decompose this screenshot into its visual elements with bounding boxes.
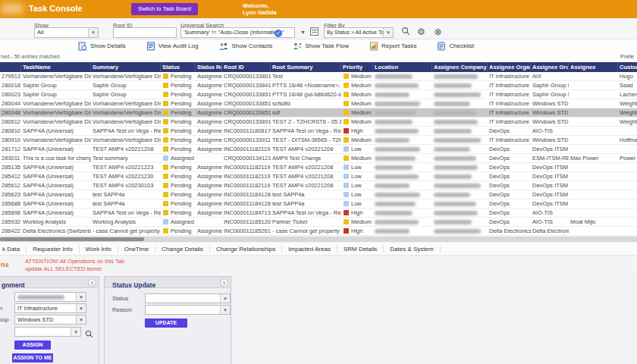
reason-select[interactable]: ▾	[145, 305, 231, 315]
table-row[interactable]: 286422Delta Electronics (Switzerland) AG…	[0, 227, 637, 236]
horizontal-scrollbar[interactable]	[0, 237, 637, 242]
cell-priority: Medium	[341, 108, 373, 117]
table-row[interactable]: 280810SAPP4A (Universal)SAPP4A Test on V…	[0, 127, 637, 136]
table-row[interactable]: 285612SAPP4A (Universal)TEST AMP4 v20230…	[0, 181, 637, 190]
show-select[interactable]: All ▾	[34, 27, 99, 38]
preferences-link[interactable]: Prefe	[620, 53, 634, 60]
chevron-down-icon[interactable]: ▾	[220, 294, 230, 303]
col-taskname[interactable]: TaskName	[21, 62, 91, 72]
col-assignee-company[interactable]: Assignee Company	[432, 62, 488, 72]
cell-root-id: INC000011182119	[222, 163, 271, 171]
assignee-org-select[interactable]: IT Infrastructure ▾	[14, 303, 86, 313]
warning-line2: update ALL SELECTED items!	[25, 265, 124, 273]
tab-task-data[interactable]: k Data	[0, 246, 27, 253]
col-priority[interactable]: Priority	[341, 62, 373, 72]
table-row[interactable]: 280044Vorhandene/Verfügbare Disks prüfVo…	[0, 99, 637, 108]
assign-to-me-button[interactable]: ASSIGN TO ME	[12, 353, 53, 362]
col-assignee-org[interactable]: Assignee Organizati...	[488, 62, 531, 72]
chevron-down-icon[interactable]: ▾	[88, 28, 98, 37]
priority-chip	[344, 192, 349, 197]
switch-to-task-board-button[interactable]: Switch to Task Board	[131, 3, 198, 15]
col-summary[interactable]: Summary	[91, 62, 161, 72]
tab-srm-details[interactable]: SRM Details	[337, 246, 384, 253]
table-row[interactable]: 280612Vorhandene/Verfügbare Disks prüfVo…	[0, 118, 637, 127]
table-row[interactable]: 285412SAPP4A (Universal)TEST AMP4 v20221…	[0, 172, 637, 181]
assignee-company-select[interactable]: ▾	[14, 292, 86, 302]
view-audit-log-button[interactable]: View Audit Log	[146, 42, 199, 51]
tab-change-relationships[interactable]: Change Relationships	[210, 246, 282, 253]
show-task-flow-button[interactable]: Show Task Flow	[293, 42, 349, 51]
collapse-chevron-icon[interactable]: ∨	[88, 278, 96, 287]
cell-summary: - case Cannot get property 'TestCas	[91, 227, 161, 235]
toolbar-label: Show Task Flow	[305, 42, 349, 49]
table-row[interactable]: 280910Vorhandene/Verfügbare Disks prüfVo…	[0, 136, 637, 145]
status-chip	[163, 74, 168, 79]
collapse-chevron-icon[interactable]: ∨	[220, 278, 228, 287]
tab-change-details[interactable]: Change Details	[155, 246, 210, 253]
table-row[interactable]: 281712SAPP4A (Universal)TEST AMP4 v20221…	[0, 145, 637, 154]
chevron-down-icon[interactable]: ▾	[76, 315, 86, 324]
search-icon[interactable]	[400, 27, 411, 38]
col-assignee[interactable]: Assignee	[569, 62, 618, 72]
filter-by-select[interactable]: By Status > All Active Tasks > ▾	[324, 27, 394, 38]
tab-impacted-areas[interactable]: Impacted Areas	[282, 246, 337, 253]
tab-onetime[interactable]: OneTime	[118, 246, 156, 253]
scrollbar-thumb[interactable]	[0, 237, 144, 241]
gear-icon[interactable]: ⚙	[416, 27, 427, 38]
clear-icon[interactable]: ⊗	[432, 27, 444, 38]
assignee-group-select[interactable]: Windows STD ▾	[14, 315, 86, 325]
col-root-summary[interactable]: Root Summary	[271, 62, 341, 72]
search-dropdown-icon[interactable]: ▾	[297, 27, 309, 38]
table-row[interactable]: 285688SAPP4A (Universal)test SAPP4aPendi…	[0, 199, 637, 209]
col-status[interactable]: Status	[161, 62, 196, 72]
chevron-down-icon[interactable]: ▾	[71, 328, 80, 336]
report-tasks-button[interactable]: Report Tasks	[369, 42, 417, 51]
cell-taskname: SAPP4A (Universal)	[21, 190, 91, 199]
table-row[interactable]: 285932Worklog AnalysisWorklog AnalysisAs…	[0, 218, 637, 227]
table-row[interactable]: 285623SAPP4A (Universal)test SAPP4aPendi…	[0, 190, 637, 199]
search-menu-icon[interactable]	[309, 27, 320, 38]
tab-requester-info[interactable]: Requester Info	[27, 246, 79, 253]
tab-dates-system[interactable]: Dates & System	[384, 246, 440, 253]
show-contacts-button[interactable]: Show Contacts	[218, 42, 272, 51]
chevron-down-icon[interactable]: ▾	[383, 28, 393, 37]
col-select[interactable]	[0, 62, 21, 72]
table-row[interactable]: 280018Saphir GroupSaphir GroupPendingAss…	[0, 81, 637, 90]
universal-search-input[interactable]: 'Summary' != "Auto-Close (Information)" …	[180, 27, 295, 38]
chevron-down-icon[interactable]: ▾	[76, 304, 86, 312]
assign-button[interactable]: ASSIGN	[14, 340, 51, 350]
tab-work-info[interactable]: Work Info	[80, 246, 118, 253]
cell-assignee-company	[432, 127, 488, 135]
table-row[interactable]: 285898SAPP4A (Universal)SAPP4A Test on V…	[0, 209, 637, 218]
root-id-input[interactable]	[113, 27, 177, 38]
table-row[interactable]: 283011This is a cus task for changeTest …	[0, 154, 637, 163]
cell-taskname: Vorhandene/Verfügbare Disks prüf	[21, 136, 91, 144]
cell-taskname: SAPP4A (Universal)	[21, 145, 91, 153]
redacted-location	[375, 156, 416, 161]
bulk-operations-area: gnment ∨ ▾ n IT Infrastructure ▾ oup W	[0, 276, 637, 364]
checklist-button[interactable]: Checklist	[437, 42, 473, 51]
cell-id: 280044	[0, 99, 21, 108]
cell-assignee	[569, 127, 618, 135]
priority-chip	[344, 92, 349, 97]
cell-summary: test SAPP4a	[91, 190, 161, 199]
table-row[interactable]: 280023Saphir GroupSaphir GroupPendingAss…	[0, 90, 637, 99]
chevron-down-icon[interactable]: ▾	[220, 306, 230, 314]
col-customer[interactable]: Customer	[618, 62, 637, 72]
table-row[interactable]: 280048Vorhandene/Verfügbare Disks prüfVo…	[0, 108, 637, 118]
assignee-select[interactable]: ▾	[14, 327, 81, 337]
show-details-button[interactable]: Show Details	[78, 42, 126, 51]
col-root-id[interactable]: Root ID	[222, 62, 271, 72]
status-select[interactable]: ▾	[145, 293, 231, 303]
table-row[interactable]: 279513Vorhandene/Verfügbare Disks prüfVo…	[0, 72, 637, 81]
update-button[interactable]: UPDATE	[145, 318, 187, 328]
search-icon[interactable]	[85, 328, 93, 341]
col-location[interactable]: Location	[373, 62, 432, 72]
col-status-reason[interactable]: Status Reason	[196, 62, 222, 72]
table-row[interactable]: 285135SAPP4A (Universal)TEST AMP4 v20221…	[0, 163, 637, 172]
chevron-down-icon[interactable]: ▾	[76, 293, 86, 301]
cell-assignee-org: DevOps	[488, 163, 531, 171]
col-assignee-group[interactable]: Assignee Group	[531, 62, 569, 72]
cell-customer	[618, 190, 637, 199]
redacted-location	[375, 83, 419, 88]
